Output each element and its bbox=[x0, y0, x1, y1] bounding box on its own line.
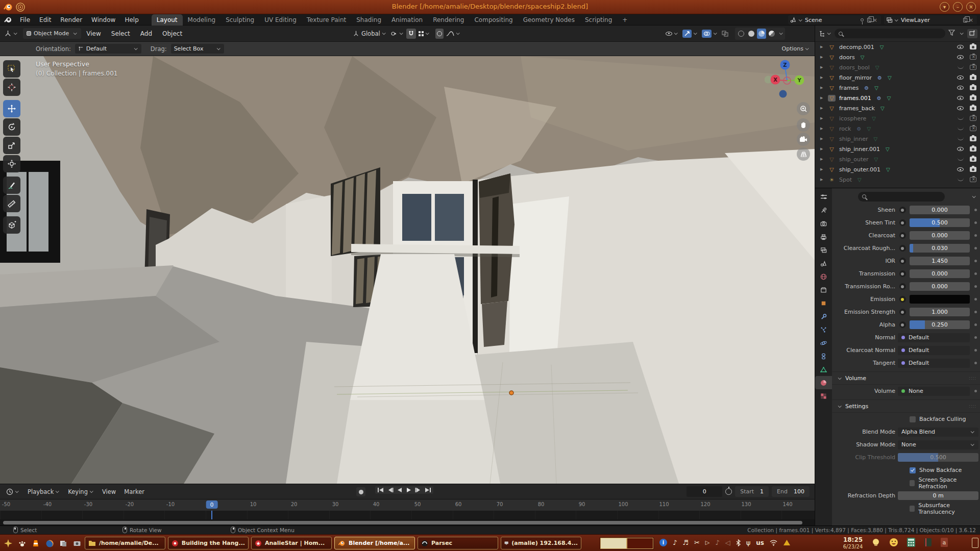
clearcoat-normal-input[interactable]: Default bbox=[898, 346, 970, 355]
outliner-row[interactable]: ▶ ▽ doors_bool ▽ bbox=[815, 62, 980, 72]
backface-culling-checkbox[interactable]: Backface Culling bbox=[898, 416, 978, 422]
tab-scene[interactable] bbox=[815, 257, 832, 270]
menu-select[interactable]: Select bbox=[106, 30, 135, 37]
scrollbar-thumb[interactable] bbox=[3, 521, 802, 524]
tool-rotate[interactable] bbox=[3, 118, 20, 136]
object-name[interactable]: ship_inner bbox=[839, 136, 868, 142]
hide-viewport-toggle[interactable] bbox=[958, 178, 964, 181]
end-frame-field[interactable]: End100 bbox=[772, 486, 810, 497]
tool-scale[interactable] bbox=[3, 137, 20, 154]
warning-tray-icon[interactable] bbox=[783, 539, 791, 546]
sheen-slider[interactable]: 0.000 bbox=[910, 206, 970, 214]
decorator-dot[interactable] bbox=[974, 209, 977, 211]
disclosure-icon[interactable]: ▶ bbox=[820, 167, 825, 171]
decorator-dot[interactable] bbox=[974, 260, 977, 262]
shading-material-button[interactable] bbox=[757, 29, 766, 39]
disclosure-icon[interactable]: ▶ bbox=[820, 76, 825, 80]
auto-keying-button[interactable] bbox=[356, 487, 365, 496]
outliner-row[interactable]: ▶ ☀ Spot ▽ bbox=[815, 174, 980, 185]
current-frame-field[interactable]: 0 bbox=[687, 486, 722, 497]
taskbar-window-browser-2[interactable]: AnalieStar | Hom... bbox=[251, 537, 332, 549]
transform-orientation-dropdown[interactable]: Global bbox=[351, 29, 388, 39]
menu-tl-view[interactable]: View bbox=[98, 488, 120, 495]
subsurface-translucency-checkbox[interactable]: Subsurface Translucency bbox=[898, 502, 978, 515]
disable-render-toggle[interactable] bbox=[970, 106, 976, 111]
menu-keying[interactable]: Keying bbox=[64, 488, 98, 495]
calculator-extra-icon[interactable] bbox=[906, 537, 916, 549]
object-name[interactable]: decomp.001 bbox=[839, 44, 874, 51]
object-name[interactable]: ship_outer bbox=[839, 156, 869, 163]
workspace-1[interactable] bbox=[600, 538, 627, 549]
visibility-dropdown[interactable] bbox=[664, 29, 680, 39]
gizmo-neg-z-ball[interactable] bbox=[779, 90, 787, 98]
disclosure-icon[interactable]: ▶ bbox=[820, 116, 825, 120]
zoom-button[interactable] bbox=[797, 102, 810, 115]
add-workspace-button[interactable]: + bbox=[617, 14, 632, 26]
xray-toggle[interactable] bbox=[720, 29, 730, 39]
workspace-2[interactable] bbox=[627, 538, 653, 549]
tool-cursor[interactable] bbox=[3, 79, 20, 96]
tab-world[interactable] bbox=[815, 270, 832, 283]
normal-input[interactable]: Default bbox=[898, 333, 970, 342]
outliner-row[interactable]: ▶ ▽ ship_outer.001 ▽ bbox=[815, 164, 980, 174]
socket-icon[interactable] bbox=[899, 270, 906, 277]
panel-grip-icon[interactable]: :::: bbox=[969, 376, 976, 381]
sheen-tint-slider[interactable]: 0.500 bbox=[910, 218, 970, 227]
jump-to-end-button[interactable] bbox=[425, 487, 431, 493]
player-tray-icon[interactable]: ▷ bbox=[705, 539, 709, 546]
drag-select[interactable]: Select Box bbox=[171, 44, 224, 54]
tool-annotate[interactable] bbox=[3, 177, 20, 194]
outliner-row[interactable]: ▶ ▽ frames ⚙ ▽ bbox=[815, 83, 980, 93]
firefox-launcher-icon[interactable] bbox=[43, 537, 56, 549]
tool-select-box[interactable] bbox=[3, 60, 20, 78]
snap-toggle[interactable] bbox=[406, 29, 416, 39]
outliner-row[interactable]: ▶ ▽ frames_back ▽ bbox=[815, 103, 980, 113]
pivot-point-dropdown[interactable] bbox=[389, 29, 405, 39]
outliner-row[interactable]: ▶ ▽ ship_inner ▽ bbox=[815, 134, 980, 144]
volume-muted-tray-icon[interactable]: ◁ bbox=[725, 539, 730, 546]
proportional-editing-toggle[interactable] bbox=[435, 29, 444, 39]
hide-viewport-toggle[interactable] bbox=[958, 127, 964, 130]
ior-field[interactable]: 1.450 bbox=[910, 257, 970, 265]
tab-render[interactable] bbox=[815, 217, 832, 230]
disable-render-toggle[interactable] bbox=[970, 146, 976, 152]
close-button[interactable]: × bbox=[966, 2, 976, 12]
disable-render-toggle[interactable] bbox=[970, 157, 976, 162]
new-viewlayer-icon[interactable] bbox=[963, 18, 967, 22]
music-tray-icon[interactable]: ♪ bbox=[673, 539, 677, 546]
tab-geometry-nodes[interactable]: Geometry Nodes bbox=[518, 14, 580, 26]
decorator-dot[interactable] bbox=[974, 336, 977, 339]
bluetooth-tray-icon[interactable] bbox=[736, 539, 741, 546]
viewlayer-selector[interactable]: ViewLayer × bbox=[884, 15, 977, 24]
properties-search-input[interactable] bbox=[858, 192, 945, 202]
tool-measure[interactable] bbox=[3, 195, 20, 212]
disclosure-icon[interactable]: ▶ bbox=[820, 45, 825, 49]
options-dropdown[interactable]: Options bbox=[782, 45, 810, 52]
decorator-dot[interactable] bbox=[974, 323, 977, 326]
tab-compositing[interactable]: Compositing bbox=[469, 14, 518, 26]
overlays-toggle[interactable] bbox=[700, 29, 719, 39]
refraction-depth-field[interactable]: 0 m bbox=[898, 491, 978, 500]
object-name[interactable]: frames.001 bbox=[839, 95, 871, 102]
tab-animation[interactable]: Animation bbox=[386, 14, 428, 26]
play-reverse-button[interactable] bbox=[397, 487, 403, 493]
object-name[interactable]: icosphere bbox=[839, 115, 866, 122]
tab-view-layer[interactable] bbox=[815, 243, 832, 257]
files-launcher-icon[interactable] bbox=[57, 537, 69, 549]
tool-add-cube[interactable] bbox=[3, 216, 20, 234]
outliner-row[interactable]: ▶ ▽ decomp.001 ▽ bbox=[815, 42, 980, 52]
hide-viewport-toggle[interactable] bbox=[957, 96, 964, 100]
decorator-dot[interactable] bbox=[974, 311, 977, 313]
hide-viewport-toggle[interactable] bbox=[957, 55, 964, 59]
taskbar-window-parsec[interactable]: Parsec bbox=[418, 537, 498, 549]
tangent-input[interactable]: Default bbox=[898, 359, 970, 368]
tab-modifiers[interactable] bbox=[815, 310, 832, 323]
menu-object[interactable]: Object bbox=[157, 30, 187, 37]
decorator-dot[interactable] bbox=[974, 362, 977, 364]
decorator-dot[interactable] bbox=[974, 247, 977, 249]
decorator-dot[interactable] bbox=[974, 221, 977, 224]
disable-render-toggle[interactable] bbox=[970, 116, 976, 121]
disable-render-toggle[interactable] bbox=[970, 75, 976, 80]
shading-wireframe-button[interactable] bbox=[737, 29, 746, 39]
outliner-row-selected[interactable]: ▶ ▽ frames.001 ⚙ ▽ bbox=[815, 93, 980, 103]
